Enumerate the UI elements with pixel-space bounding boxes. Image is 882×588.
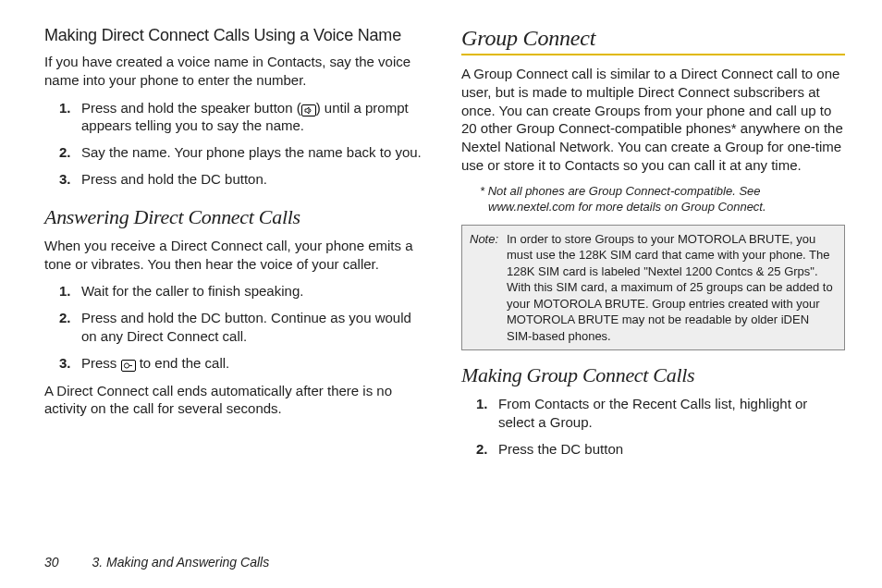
para-voice-intro: If you have created a voice name in Cont… xyxy=(44,53,428,90)
para-group-intro: A Group Connect call is similar to a Dir… xyxy=(461,65,845,175)
right-column: Group Connect A Group Connect call is si… xyxy=(461,26,845,525)
step-item: Say the name. Your phone plays the name … xyxy=(44,143,428,162)
note-body: In order to store Groups to your MOTOROL… xyxy=(507,231,837,345)
step-text-pre: Press and hold the speaker button ( xyxy=(81,100,301,116)
heading-group-connect: Group Connect xyxy=(461,26,845,55)
end-call-icon xyxy=(121,360,136,372)
left-column: Making Direct Connect Calls Using a Voic… xyxy=(44,26,428,525)
heading-voice-name: Making Direct Connect Calls Using a Voic… xyxy=(44,26,428,45)
svg-point-0 xyxy=(124,363,129,368)
steps-answer: Wait for the caller to finish speaking. … xyxy=(44,282,428,372)
chapter-title: 3. Making and Answering Calls xyxy=(92,555,269,570)
note-box: Note: In order to store Groups to your M… xyxy=(461,225,845,351)
footnote-compat: * Not all phones are Group Connect-compa… xyxy=(480,184,845,215)
note-label: Note: xyxy=(470,231,507,345)
page-number: 30 xyxy=(44,555,59,570)
page-footer: 30 3. Making and Answering Calls xyxy=(44,555,269,570)
steps-voice: Press and hold the speaker button () unt… xyxy=(44,99,428,189)
steps-making-group: From Contacts or the Recent Calls list, … xyxy=(461,395,845,458)
step-item: From Contacts or the Recent Calls list, … xyxy=(461,395,845,432)
page-columns: Making Direct Connect Calls Using a Voic… xyxy=(44,26,845,525)
heading-making-group: Making Group Connect Calls xyxy=(461,363,845,387)
step-text-pre: Press xyxy=(81,355,121,371)
step-item: Press and hold the DC button. xyxy=(44,170,428,189)
para-answer-intro: When you receive a Direct Connect call, … xyxy=(44,237,428,274)
step-item: Press and hold the DC button. Continue a… xyxy=(44,309,428,346)
step-item: Press the DC button xyxy=(461,440,845,459)
step-text-post: to end the call. xyxy=(136,355,230,371)
step-item: Press to end the call. xyxy=(44,354,428,373)
speaker-icon xyxy=(301,104,316,116)
step-item: Press and hold the speaker button () unt… xyxy=(44,99,428,136)
step-item: Wait for the caller to finish speaking. xyxy=(44,282,428,300)
para-auto-end: A Direct Connect call ends automatically… xyxy=(44,382,428,419)
heading-answering: Answering Direct Connect Calls xyxy=(44,205,428,229)
